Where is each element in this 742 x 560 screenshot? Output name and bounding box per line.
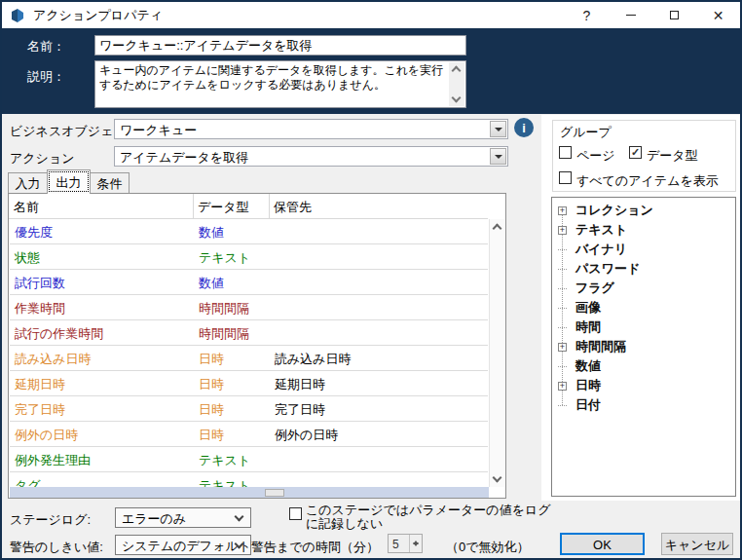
tab-conditions[interactable]: 条件 (90, 172, 130, 193)
checkbox-show-all-items[interactable] (559, 171, 572, 184)
param-type: 時間間隔 (199, 300, 249, 317)
datatype-tree: + コレクション + テキスト バイナリ パスワード フラグ 画像 時間 + (551, 197, 736, 497)
warning-threshold-value: システムのデフォルト (122, 538, 251, 555)
checkbox-datatype[interactable]: ✓ (629, 146, 642, 159)
minimize-icon (626, 15, 636, 16)
checkbox-no-log-params[interactable] (289, 507, 302, 520)
name-input[interactable] (94, 35, 466, 56)
tree-branch-line (558, 327, 567, 328)
action-value: アイテムデータを取得 (120, 149, 248, 167)
step-down-icon (413, 542, 419, 549)
table-row[interactable]: 作業時間 時間間隔 (10, 295, 488, 320)
description-text: キュー内のアイテムに関連するデータを取得します。これを実行するためにアイテムをロ… (99, 63, 448, 93)
warning-time-stepper[interactable]: 5 (388, 534, 423, 553)
param-store[interactable]: 例外の日時 (275, 427, 338, 444)
table-row[interactable]: 延期日時 日時 延期日時 (10, 371, 488, 396)
scroll-down-icon (452, 93, 462, 103)
output-parameters-table: 名前 データ型 保管先 優先度 数値 状態 テキスト 試行回数 数値 作業時間 … (8, 193, 506, 499)
param-store[interactable]: 読み込み日時 (275, 351, 352, 368)
column-header-name[interactable]: 名前 (14, 199, 39, 216)
table-row[interactable]: 例外の日時 日時 例外の日時 (10, 422, 488, 447)
tree-item-timespan[interactable]: + 時間間隔 (558, 337, 626, 356)
param-name: 完了日時 (15, 401, 65, 419)
column-header-store[interactable]: 保管先 (274, 199, 312, 216)
chevron-down-icon (235, 512, 244, 522)
title-bar: アクションプロパティ ? ✕ (2, 2, 740, 28)
expand-icon[interactable]: + (558, 382, 567, 391)
table-row[interactable]: 例外発生理由 テキスト (10, 447, 488, 472)
help-button[interactable]: ? (565, 2, 609, 28)
expand-icon[interactable]: + (558, 343, 567, 352)
description-textarea[interactable]: キュー内のアイテムに関連するデータを取得します。これを実行するためにアイテムをロ… (94, 60, 466, 108)
table-row[interactable]: 試行回数 数値 (10, 270, 488, 295)
param-name: 読み込み日時 (15, 351, 92, 368)
table-row[interactable]: 試行の作業時間 時間間隔 (10, 320, 488, 346)
param-type: テキスト (199, 452, 250, 469)
help-icon: ? (583, 8, 591, 23)
param-name: 例外発生理由 (15, 452, 91, 469)
table-row[interactable]: 優先度 数値 (10, 219, 488, 244)
tree-item-time[interactable]: 時間 (558, 317, 601, 337)
cancel-button[interactable]: キャンセル (661, 533, 733, 555)
table-vertical-scrollbar[interactable] (489, 219, 505, 487)
param-type: 日時 (199, 351, 224, 368)
info-icon[interactable]: i (514, 118, 534, 137)
maximize-button[interactable] (652, 2, 696, 28)
param-name: 例外の日時 (15, 427, 78, 444)
checkbox-page[interactable] (559, 146, 572, 159)
tab-output[interactable]: 出力 (47, 169, 91, 194)
tree-item-collection[interactable]: + コレクション (558, 201, 653, 220)
window-title: アクションプロパティ (33, 7, 163, 24)
description-scrollbar[interactable] (449, 62, 464, 106)
tree-item-text[interactable]: + テキスト (558, 220, 627, 240)
warning-time-value: 5 (392, 538, 399, 551)
partially-visible-row[interactable] (10, 487, 489, 498)
close-button[interactable]: ✕ (696, 2, 740, 28)
param-type: 時間間隔 (199, 325, 249, 343)
tree-item-date[interactable]: 日付 (558, 395, 601, 415)
tree-item-password[interactable]: パスワード (558, 259, 640, 279)
expand-icon[interactable]: + (558, 226, 567, 235)
tree-branch-line (558, 249, 567, 250)
tree-item-datetime[interactable]: + 日時 (558, 376, 601, 395)
table-row[interactable]: 完了日時 日時 完了日時 (10, 396, 488, 422)
table-row[interactable]: 状態 テキスト (10, 244, 488, 270)
param-type: 数値 (199, 224, 224, 242)
dropdown-arrow-icon[interactable] (490, 148, 506, 165)
stepper-buttons[interactable] (409, 535, 422, 552)
stage-log-value: エラーのみ (122, 510, 186, 528)
param-type: 日時 (199, 401, 224, 419)
business-object-value: ワークキュー (120, 122, 197, 139)
param-type: 数値 (199, 275, 224, 292)
param-store[interactable]: 延期日時 (275, 376, 325, 393)
tree-item-image[interactable]: 画像 (558, 298, 601, 317)
description-label: 説明： (27, 68, 65, 86)
expand-icon[interactable]: + (558, 206, 567, 215)
warning-time-label: 警告までの時間（分） (251, 539, 379, 556)
tree-item-flag[interactable]: フラグ (558, 279, 614, 298)
action-combobox[interactable]: アイテムデータを取得 (114, 146, 508, 167)
minimize-button[interactable] (609, 2, 652, 28)
table-row[interactable]: 読み込み日時 日時 読み込み日時 (10, 346, 488, 371)
param-name: 優先度 (15, 224, 53, 242)
tree-branch-line (558, 269, 567, 270)
dropdown-arrow-icon[interactable] (490, 121, 506, 137)
tab-input[interactable]: 入力 (8, 172, 48, 193)
checkbox-show-all-items-label: すべてのアイテムを表示 (576, 172, 719, 190)
stage-log-combobox[interactable]: エラーのみ (115, 507, 251, 528)
param-type: 日時 (199, 427, 224, 444)
tree-branch-line (558, 308, 567, 309)
business-object-combobox[interactable]: ワークキュー (114, 119, 508, 139)
tree-item-number[interactable]: 数値 (558, 356, 601, 376)
tree-item-binary[interactable]: バイナリ (558, 240, 627, 259)
param-name: 試行の作業時間 (15, 325, 103, 343)
scroll-down-icon (493, 473, 502, 483)
param-store[interactable]: 完了日時 (275, 401, 325, 419)
tree-branch-line (558, 405, 567, 406)
column-header-datatype[interactable]: データ型 (198, 199, 249, 216)
ok-button[interactable]: OK (560, 533, 645, 555)
tree-branch-line (558, 288, 567, 289)
warning-threshold-combobox[interactable]: システムのデフォルト (115, 535, 251, 555)
param-name: 状態 (15, 249, 40, 267)
action-label: アクション (10, 150, 75, 168)
